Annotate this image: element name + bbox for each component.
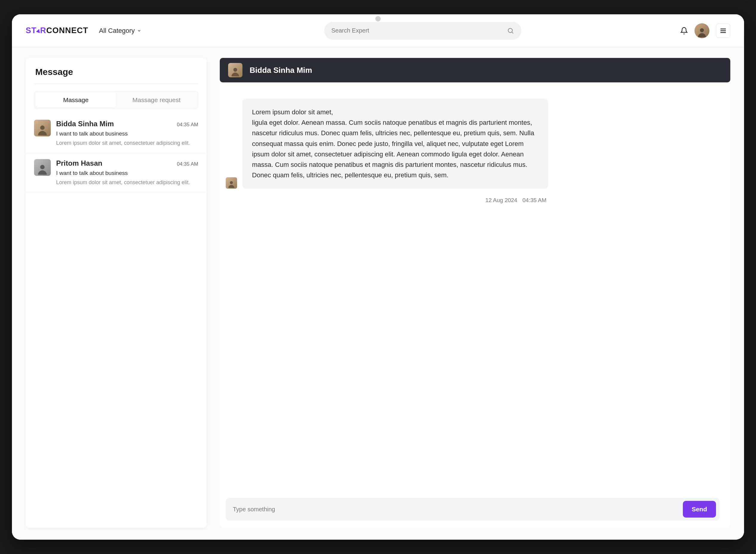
logo-text-mid: R: [40, 26, 47, 35]
brand-logo[interactable]: ST R CONNECT: [26, 26, 89, 35]
message-composer: Send: [226, 498, 719, 520]
svg-point-1: [700, 28, 704, 32]
conversation-name: Pritom Hasan: [56, 159, 102, 167]
logo-text-right: CONNECT: [46, 26, 89, 35]
avatar: [34, 120, 51, 136]
conversation-body: Pritom Hasan 04:35 AM I want to talk abo…: [56, 159, 198, 186]
chevron-down-icon: [137, 29, 141, 33]
search-bar[interactable]: [324, 22, 521, 40]
user-avatar[interactable]: [695, 23, 709, 38]
message-row: Lorem ipsum dolor sit amet, ligula eget …: [226, 99, 548, 189]
svg-point-3: [40, 165, 45, 170]
conversation-item[interactable]: Pritom Hasan 04:35 AM I want to talk abo…: [26, 153, 207, 192]
divider: [34, 84, 198, 84]
conversation-item[interactable]: Bidda Sinha Mim 04:35 AM I want to talk …: [26, 114, 207, 153]
sidebar-title: Message: [35, 67, 197, 77]
conversation-list: Bidda Sinha Mim 04:35 AM I want to talk …: [26, 114, 207, 528]
message-date: 12 Aug 2024: [485, 197, 518, 203]
search-input[interactable]: [331, 27, 503, 34]
send-button[interactable]: Send: [683, 501, 716, 517]
hamburger-icon: [719, 27, 727, 34]
svg-point-0: [508, 29, 512, 33]
message-list: Lorem ipsum dolor sit amet, ligula eget …: [226, 99, 719, 493]
tab-messages[interactable]: Massage: [36, 93, 116, 107]
conversation-subject: I want to talk about business: [56, 130, 198, 137]
tab-message-requests[interactable]: Massage request: [116, 93, 197, 107]
message-sidebar: Message Massage Massage request Bidda Si…: [26, 58, 207, 528]
chat-header: Bidda Sinha Mim: [220, 58, 730, 82]
message-sender-avatar: [226, 177, 237, 189]
logo-text-left: ST: [26, 26, 37, 35]
header-actions: [680, 23, 730, 38]
chat-body: Lorem ipsum dolor sit amet, ligula eget …: [220, 82, 730, 528]
chat-contact-avatar: [228, 63, 242, 77]
sidebar-header: Message: [26, 58, 207, 84]
main-content: Message Massage Massage request Bidda Si…: [12, 47, 744, 540]
device-frame: ST R CONNECT All Category: [12, 14, 744, 540]
conversation-time: 04:35 AM: [177, 122, 198, 128]
message-timestamp: 12 Aug 2024 04:35 AM: [226, 197, 548, 204]
conversation-preview: Lorem ipsum dolor sit amet, consectetuer…: [56, 179, 198, 186]
search-icon: [507, 27, 514, 34]
message-time: 04:35 AM: [523, 197, 546, 203]
conversation-preview: Lorem ipsum dolor sit amet, consectetuer…: [56, 140, 198, 147]
notification-bell-icon[interactable]: [680, 27, 688, 35]
chat-contact-name: Bidda Sinha Mim: [250, 66, 312, 75]
avatar: [34, 159, 51, 176]
svg-point-2: [40, 125, 45, 130]
conversation-subject: I want to talk about business: [56, 170, 198, 176]
message-input[interactable]: [233, 502, 678, 517]
conversation-name: Bidda Sinha Mim: [56, 120, 114, 128]
svg-point-4: [233, 68, 237, 72]
search-container: [173, 22, 672, 40]
message-bubble: Lorem ipsum dolor sit amet, ligula eget …: [242, 99, 548, 189]
conversation-time: 04:35 AM: [177, 161, 198, 167]
conversation-body: Bidda Sinha Mim 04:35 AM I want to talk …: [56, 120, 198, 147]
svg-point-5: [230, 181, 233, 184]
message-tabs: Massage Massage request: [34, 91, 198, 109]
category-dropdown[interactable]: All Category: [99, 27, 142, 35]
device-notch: [375, 16, 381, 21]
category-label: All Category: [99, 27, 135, 35]
chat-panel: Bidda Sinha Mim Lorem ipsum dolor sit am…: [220, 58, 730, 528]
menu-button[interactable]: [716, 23, 730, 38]
